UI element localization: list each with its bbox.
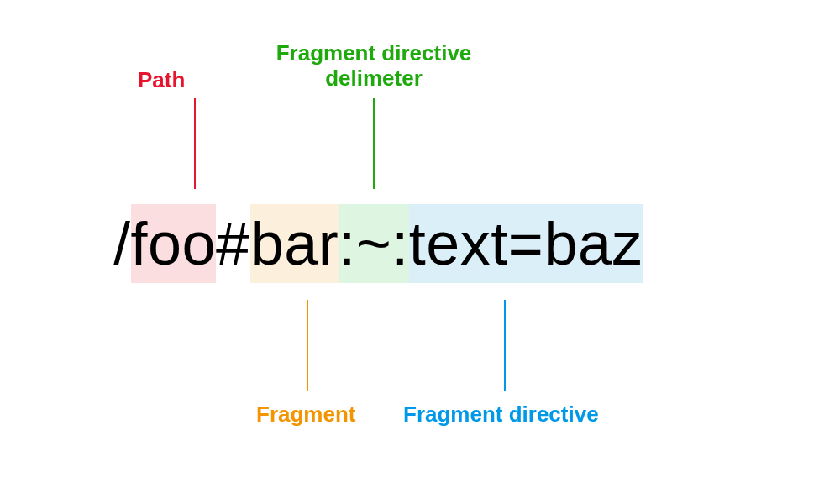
label-delimiter-line1: Fragment directive xyxy=(239,41,508,66)
label-fragment-directive-delimiter: Fragment directive delimeter xyxy=(239,41,508,92)
url-directive-segment: text=baz xyxy=(409,204,643,283)
url-fragment-segment: bar xyxy=(250,204,339,283)
label-path: Path xyxy=(138,67,185,93)
url-delimiter-segment: :~: xyxy=(339,204,409,283)
connector-delimiter xyxy=(373,98,375,189)
connector-directive xyxy=(504,300,506,391)
diagram-canvas: Path Fragment directive delimeter / foo … xyxy=(0,0,840,504)
label-fragment-directive: Fragment directive xyxy=(403,402,599,428)
url-string: / foo # bar :~: text=baz xyxy=(113,204,643,283)
connector-fragment xyxy=(307,300,308,391)
url-slash: / xyxy=(113,204,131,283)
connector-path xyxy=(194,98,196,189)
label-fragment: Fragment xyxy=(256,402,355,428)
label-delimiter-line2: delimeter xyxy=(239,66,508,92)
url-hash: # xyxy=(216,204,250,283)
url-path-segment: foo xyxy=(131,204,217,283)
